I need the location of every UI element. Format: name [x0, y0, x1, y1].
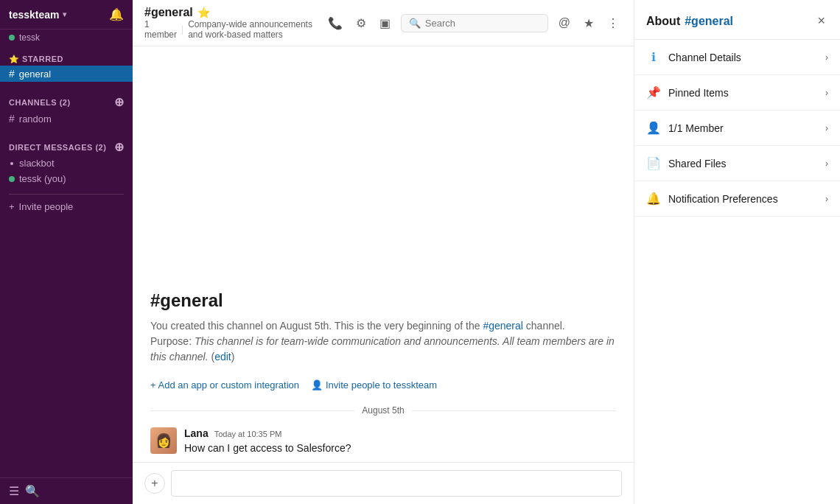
purpose-label: Purpose:	[150, 335, 195, 347]
panel-item-left: 🔔 Notification Preferences	[646, 192, 778, 206]
search-input[interactable]	[425, 18, 528, 29]
pinned-items-label: Pinned Items	[668, 87, 729, 99]
meta-separator: |	[181, 24, 183, 35]
starred-section-header: ⭐ STARRED	[0, 53, 133, 66]
date-divider: August 5th	[133, 399, 634, 421]
channel-description: Company-wide announcements and work-base…	[188, 19, 325, 40]
sidebar-header: tesskteam ▾ 🔔	[0, 0, 133, 29]
arrow-icon: ›	[825, 194, 828, 204]
panel-item-channel-details[interactable]: ℹ Channel Details ›	[634, 40, 840, 75]
dm-section-header: DIRECT MESSAGES (2) ⊕	[0, 139, 133, 155]
team-name: tesskteam	[9, 9, 60, 21]
more-icon[interactable]: ⋮	[604, 13, 622, 33]
sidebar-bottom: ☰ 🔍	[0, 477, 133, 504]
panel-item-left: 📌 Pinned Items	[646, 85, 729, 99]
sidebar-item-slackbot[interactable]: slackbot	[0, 155, 133, 171]
panel-item-pinned[interactable]: 📌 Pinned Items ›	[634, 75, 840, 111]
message-text: How can I get access to Salesforce?	[184, 441, 616, 456]
add-integration-label: + Add an app or custom integration	[150, 379, 299, 391]
tessk-status-dot	[9, 176, 15, 182]
phone-icon[interactable]: 📞	[325, 13, 346, 33]
member-icon: 👤	[646, 121, 661, 135]
panel-item-shared-files[interactable]: 📄 Shared Files ›	[634, 146, 840, 181]
channel-name-random: random	[19, 113, 52, 125]
star-icon[interactable]: ★	[581, 13, 597, 33]
panel-item-members[interactable]: 👤 1/1 Member ›	[634, 111, 840, 146]
arrow-icon: ›	[825, 52, 828, 63]
sidebar-username: tessk	[19, 32, 40, 43]
invite-people-link[interactable]: 👤 Invite people to tesskteam	[311, 379, 437, 391]
gear-icon[interactable]: ⚙	[353, 13, 369, 33]
notification-prefs-label: Notification Preferences	[668, 193, 778, 205]
topbar-meta: 1 member | Company-wide announcements an…	[144, 19, 325, 40]
channel-details-icon: ℹ	[646, 50, 661, 64]
slackbot-status-dot	[9, 161, 15, 167]
dm-label: DIRECT MESSAGES (2)	[9, 143, 106, 152]
channels-label: CHANNELS (2)	[9, 98, 71, 107]
add-integration-link[interactable]: + Add an app or custom integration	[150, 379, 299, 391]
channel-link[interactable]: #general	[483, 320, 523, 332]
dm-section: DIRECT MESSAGES (2) ⊕ slackbot tessk (yo…	[0, 130, 133, 189]
topbar: #general ⭐ 1 member | Company-wide annou…	[133, 0, 634, 46]
channel-name-general: general	[19, 69, 51, 80]
panel-channel-ref: #general	[685, 15, 733, 28]
sidebar-divider	[9, 194, 124, 195]
chat-area: #general You created this channel on Aug…	[133, 46, 634, 462]
add-channel-icon[interactable]: ⊕	[114, 95, 125, 109]
sidebar-item-tessk[interactable]: tessk (you)	[0, 171, 133, 186]
search-bottom-icon[interactable]: 🔍	[25, 484, 40, 498]
topbar-title: #general ⭐	[144, 6, 325, 19]
invite-plus-icon: +	[9, 201, 15, 212]
search-bar: 🔍	[401, 14, 548, 32]
sidebar-item-general[interactable]: # general	[0, 66, 133, 82]
shared-files-label: Shared Files	[668, 158, 727, 169]
pin-icon: 📌	[646, 85, 661, 99]
channel-details-label: Channel Details	[668, 52, 741, 63]
message-time: Today at 10:35 PM	[214, 430, 282, 438]
panel-item-left: 👤 1/1 Member	[646, 121, 724, 135]
member-label: 1/1 Member	[668, 122, 724, 134]
files-icon: 📄	[646, 156, 661, 170]
search-icon: 🔍	[409, 18, 421, 29]
sidebar-toggle-icon[interactable]: ▣	[377, 13, 393, 33]
person-icon: 👤	[311, 379, 323, 391]
invite-people-link[interactable]: + Invite people	[0, 199, 133, 214]
starred-section: ⭐ STARRED # general	[0, 44, 133, 85]
panel-item-notifications[interactable]: 🔔 Notification Preferences ›	[634, 181, 840, 217]
panel-item-left: 📄 Shared Files	[646, 156, 727, 170]
menu-icon[interactable]: ☰	[9, 484, 19, 498]
add-dm-icon[interactable]: ⊕	[114, 140, 125, 154]
channel-star-icon[interactable]: ⭐	[197, 7, 210, 18]
user-status-dot	[9, 35, 15, 41]
channels-section: CHANNELS (2) ⊕ # random	[0, 85, 133, 130]
panel-item-left: ℹ Channel Details	[646, 50, 741, 64]
input-area: +	[133, 462, 634, 504]
sidebar-team-name[interactable]: tesskteam ▾	[9, 9, 66, 21]
right-panel: About #general × ℹ Channel Details › 📌 P…	[634, 0, 840, 504]
sidebar: tesskteam ▾ 🔔 tessk ⭐ STARRED # general …	[0, 0, 133, 504]
channel-title: #general	[144, 6, 193, 19]
hash-icon: #	[9, 113, 15, 125]
edit-link[interactable]: edit	[214, 351, 231, 363]
mention-icon[interactable]: @	[556, 13, 573, 32]
message-row: 👩 Lana Today at 10:35 PM How can I get a…	[133, 421, 634, 462]
invite-label: Invite people to tesskteam	[326, 379, 437, 391]
notifications-bell-icon[interactable]: 🔔	[109, 7, 124, 21]
member-count: 1 member	[144, 19, 177, 40]
close-panel-button[interactable]: ×	[814, 12, 828, 30]
message-header: Lana Today at 10:35 PM	[184, 427, 616, 439]
sidebar-item-random[interactable]: # random	[0, 111, 133, 127]
topbar-right: 📞 ⚙ ▣ 🔍 @ ★ ⋮	[325, 13, 622, 33]
arrow-icon: ›	[825, 88, 828, 98]
add-attachment-button[interactable]: +	[144, 473, 165, 494]
arrow-icon: ›	[825, 123, 828, 133]
date-label: August 5th	[362, 405, 404, 416]
notification-icon: 🔔	[646, 192, 661, 206]
avatar: 👩	[150, 427, 177, 454]
panel-header: About #general ×	[634, 0, 840, 40]
main-content: #general ⭐ 1 member | Company-wide annou…	[133, 0, 634, 504]
message-input[interactable]	[171, 470, 622, 497]
topbar-left: #general ⭐ 1 member | Company-wide annou…	[144, 6, 325, 40]
about-label: About	[646, 15, 680, 28]
chat-links: + Add an app or custom integration 👤 Inv…	[133, 374, 634, 399]
